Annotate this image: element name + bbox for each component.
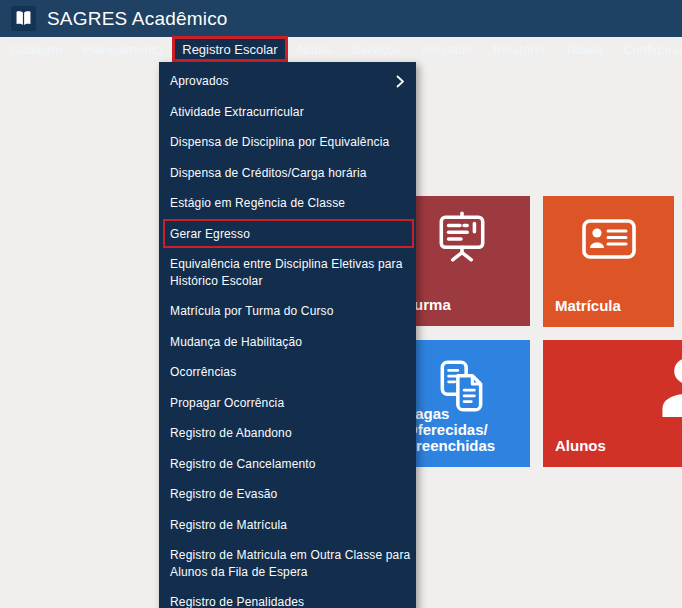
tile-matricula-label: Matrícula [555,298,621,314]
person-icon [655,355,682,417]
submenu-arrow-icon [396,73,404,89]
dropdown-item-gerar-egresso[interactable]: Gerar Egresso [159,219,416,250]
dropdown-item-dispensa-creditos[interactable]: Dispensa de Créditos/Carga horária [159,158,416,189]
menu-item-notas[interactable]: Notas [288,37,342,62]
dropdown-item-registro-matricula[interactable]: Registro de Matrícula [159,510,416,541]
title-bar: SAGRES Acadêmico [0,0,682,37]
dropdown-item-matricula-por-turma[interactable]: Matrícula por Turma do Curso [159,296,416,327]
menu-item-configuracoes[interactable]: Configurações [613,37,682,62]
menu-item-cadastro[interactable]: Cadastro [0,37,73,62]
dropdown-item-aprovados[interactable]: Aprovados [159,66,416,97]
menu-item-atestado[interactable]: Atestado [411,37,482,62]
tile-alunos-label: Alunos [555,438,606,454]
dropdown-item-registro-penalidades[interactable]: Registro de Penalidades [159,587,416,608]
open-book-icon [14,10,33,27]
menu-item-registro-escolar[interactable]: Registro Escolar [172,37,287,62]
tile-matricula[interactable]: Matrícula [543,196,674,327]
dropdown-item-mudanca-habilitacao[interactable]: Mudança de Habilitação [159,327,416,358]
dropdown-item-dispensa-disciplina[interactable]: Dispensa de Disciplina por Equivalência [159,127,416,158]
presentation-board-icon [433,208,491,266]
menu-bar: Cadastro Planejamento Registro Escolar N… [0,37,682,62]
menu-item-servicos[interactable]: Serviços [342,37,412,62]
registro-escolar-dropdown: Aprovados Atividade Extracurricular Disp… [159,62,416,608]
menu-item-planejamento[interactable]: Planejamento [73,37,173,62]
dropdown-item-registro-abandono[interactable]: Registro de Abandono [159,418,416,449]
app-logo [11,6,36,31]
dropdown-item-atividade-extracurricular[interactable]: Atividade Extracurricular [159,97,416,128]
dropdown-item-propagar-ocorrencia[interactable]: Propagar Ocorrência [159,388,416,419]
tile-vagas-label: Vagas Oferecidas/ Preenchidas [406,406,530,454]
dropdown-item-estagio-regencia[interactable]: Estágio em Regência de Classe [159,188,416,219]
menu-item-relatorio[interactable]: Relatório [483,37,555,62]
dropdown-item-ocorrencias[interactable]: Ocorrências [159,357,416,388]
dropdown-item-registro-cancelamento[interactable]: Registro de Cancelamento [159,449,416,480]
page-title: SAGRES Acadêmico [47,8,228,30]
dropdown-item-equivalencia-eletivas[interactable]: Equivalência entre Disciplina Eletivas p… [159,249,416,296]
menu-item-tabela[interactable]: Tabela [555,37,613,62]
tile-alunos[interactable]: Alunos [543,340,682,467]
dropdown-item-registro-evasao[interactable]: Registro de Evasão [159,479,416,510]
id-card-icon [581,218,637,260]
dropdown-item-registro-matricula-outra-classe[interactable]: Registro de Matricula em Outra Classe pa… [159,540,416,587]
